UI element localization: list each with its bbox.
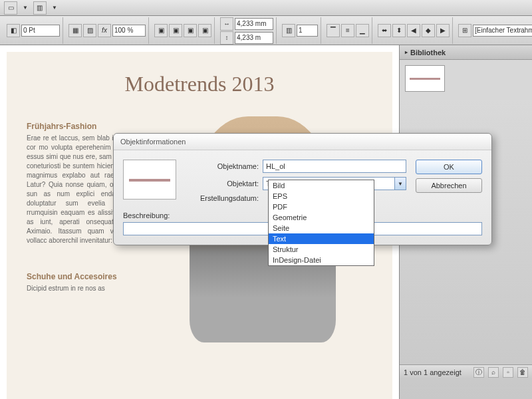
ok-button[interactable]: OK — [416, 160, 482, 174]
dialog-thumbnail — [123, 160, 176, 200]
new-item-icon[interactable]: ▫ — [503, 367, 513, 378]
dd-option-eps[interactable]: EPS — [269, 191, 374, 201]
label-objecttype: Objektart: — [186, 180, 259, 188]
wrap-shape-icon[interactable]: ▣ — [184, 24, 197, 37]
section-heading-1: Frühjahrs-Fashion — [27, 122, 140, 131]
dropdown-button[interactable]: ▼ — [394, 177, 406, 190]
dist-v-icon[interactable]: ⬍ — [392, 24, 406, 37]
fx-icon[interactable]: fx — [98, 24, 111, 37]
panel-title[interactable]: ▸ Bibliothek — [400, 45, 532, 60]
wrap-bbox-icon[interactable]: ▣ — [169, 24, 182, 37]
width-input[interactable] — [235, 18, 273, 30]
swatch-icon[interactable]: ▦ — [68, 24, 82, 37]
panel-status-bar: 1 von 1 angezeigt ⓘ ⌕ ▫ 🗑 — [400, 364, 532, 379]
control-toolbar: ◧ ▦ ▨ fx ▣ ▣ ▣ ▣ ↔ ↕ ▥ ▔ ≡ ▁ ⬌ ⬍ ◀ ◆ ▶ ⊞ — [0, 16, 532, 45]
align-l-icon[interactable]: ◀ — [407, 24, 420, 37]
dd-option-text[interactable]: Text — [269, 233, 374, 244]
height-input[interactable] — [235, 32, 273, 44]
view-mode-icon[interactable]: ▭ — [4, 1, 17, 15]
body-text-2: Dicipid estrum in re nos as — [27, 284, 140, 293]
align-top-icon[interactable]: ▔ — [327, 24, 340, 37]
wrap-jump-icon[interactable]: ▣ — [198, 24, 211, 37]
align-mid-icon[interactable]: ≡ — [341, 24, 354, 37]
page-title: Modetrends 2013 — [27, 72, 372, 96]
search-icon[interactable]: ⌕ — [488, 367, 499, 378]
opacity-input[interactable] — [112, 25, 146, 37]
frame-options-icon[interactable]: ⊞ — [458, 24, 471, 37]
objecttype-dropdown[interactable]: Bild EPS PDF Geometrie Seite Text Strukt… — [268, 180, 374, 266]
panel-status-text: 1 von 1 angezeigt — [404, 368, 462, 376]
layout-mode-icon[interactable]: ▥ — [33, 1, 47, 15]
menubar: ▭ ▼ ▥ ▼ — [0, 0, 532, 16]
cancel-button[interactable]: Abbrechen — [416, 178, 482, 193]
dialog-title: Objektinformationen — [114, 134, 491, 150]
dd-option-seite[interactable]: Seite — [269, 223, 374, 233]
trash-icon[interactable]: 🗑 — [517, 367, 528, 378]
dd-option-struktur[interactable]: Struktur — [269, 244, 374, 255]
library-item-thumb[interactable] — [405, 65, 445, 92]
objectname-input[interactable] — [263, 160, 406, 173]
dd-option-indesign[interactable]: InDesign-Datei — [269, 255, 374, 265]
gradient-icon[interactable]: ▨ — [83, 24, 96, 37]
dd-option-pdf[interactable]: PDF — [269, 201, 374, 212]
height-icon: ↕ — [220, 31, 233, 45]
dist-h-icon[interactable]: ⬌ — [378, 24, 391, 37]
stroke-weight-input[interactable] — [21, 25, 60, 37]
width-icon: ↔ — [220, 17, 233, 31]
fill-stroke-icon[interactable]: ◧ — [7, 24, 20, 37]
wrap-none-icon[interactable]: ▣ — [154, 24, 168, 37]
dd-option-geometrie[interactable]: Geometrie — [269, 212, 374, 223]
info-icon[interactable]: ⓘ — [473, 367, 484, 378]
columns-icon[interactable]: ▥ — [282, 24, 295, 37]
label-creationdate: Erstellungsdatum: — [186, 194, 259, 202]
align-bot-icon[interactable]: ▁ — [356, 24, 369, 37]
section-heading-2: Schuhe und Accesoires — [27, 272, 140, 281]
align-r-icon[interactable]: ▶ — [436, 24, 450, 37]
label-description: Beschreibung: — [123, 211, 170, 219]
dd-option-bild[interactable]: Bild — [269, 180, 374, 191]
label-objectname: Objektname: — [186, 162, 259, 170]
frame-type-select[interactable] — [473, 25, 532, 37]
align-c-icon[interactable]: ◆ — [422, 24, 435, 37]
columns-input[interactable] — [297, 25, 318, 37]
